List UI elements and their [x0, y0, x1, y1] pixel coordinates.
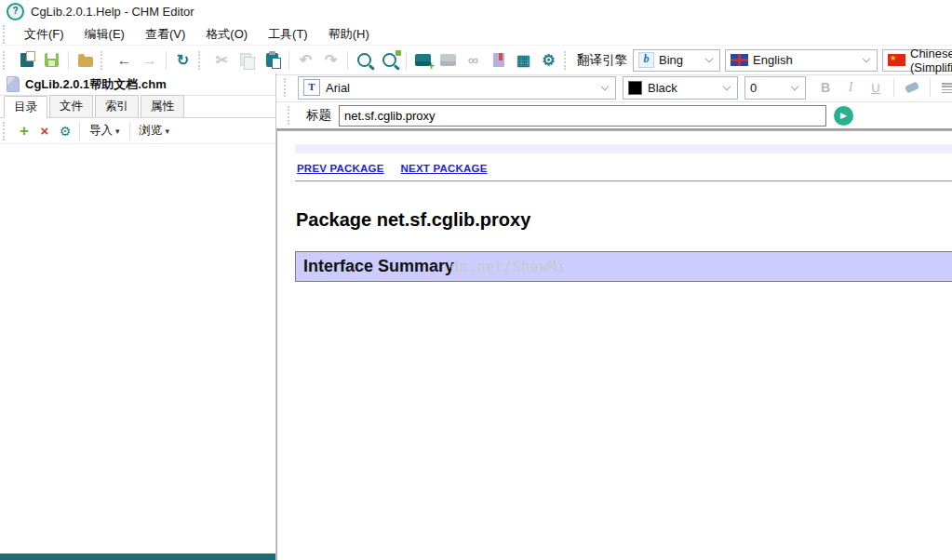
- open-folder-button[interactable]: [73, 48, 98, 72]
- browse-button[interactable]: 浏览 ▾: [134, 121, 176, 140]
- font-color-select[interactable]: Black: [623, 76, 738, 100]
- toolbar-grip: [3, 51, 10, 70]
- font-size-value: 0: [750, 81, 757, 95]
- separator: [68, 51, 69, 70]
- undo-button: ↶: [293, 48, 318, 72]
- uk-flag-icon: [731, 54, 748, 66]
- eraser-button: [901, 77, 923, 98]
- format-toolbar: T Arial Black 0 B I U: [276, 73, 952, 102]
- bold-button: B: [814, 77, 837, 98]
- translate-engine-label: 翻译引擎: [577, 52, 627, 69]
- prev-package-link[interactable]: PREV PACKAGE: [297, 163, 384, 174]
- page-title: Package net.sf.cglib.proxy: [296, 209, 952, 231]
- target-language-value: Chinese (Simplified): [910, 47, 952, 74]
- menu-item-2[interactable]: 查看(V): [135, 24, 195, 45]
- eraser-icon: [905, 81, 919, 93]
- divider: [295, 180, 952, 182]
- separator: [893, 78, 894, 97]
- undo-icon: ↶: [300, 53, 312, 68]
- insert-image-button[interactable]: [410, 48, 436, 72]
- browse-label: 浏览: [140, 123, 163, 139]
- source-language-select[interactable]: English: [725, 49, 878, 72]
- save-button[interactable]: [39, 48, 64, 72]
- table-header: Interface Summarydn.net/ShewMi: [296, 252, 952, 282]
- plus-icon: +: [20, 123, 29, 139]
- toc-tree: [0, 144, 275, 553]
- watermark: dn.net/ShewMi: [450, 259, 566, 275]
- toolbar-grip: [284, 78, 291, 97]
- back-icon: ←: [117, 53, 132, 68]
- chevron-down-icon: [723, 82, 731, 89]
- bing-icon: b: [638, 52, 654, 68]
- zoom-settings-button[interactable]: [377, 48, 402, 72]
- x-icon: ×: [41, 124, 49, 138]
- font-icon: T: [303, 79, 320, 96]
- hyperlink-icon: ∞: [468, 53, 478, 68]
- font-size-select[interactable]: 0: [744, 76, 806, 100]
- separator: [79, 122, 80, 140]
- interface-summary-table: Interface Summarydn.net/ShewMi: [295, 251, 952, 282]
- italic-button: I: [839, 77, 862, 98]
- font-family-select[interactable]: T Arial: [298, 76, 616, 100]
- menu-bar: 文件(F)编辑(E)查看(V)格式(O)工具(T)帮助(H): [0, 23, 952, 45]
- target-language-select[interactable]: ★ Chinese (Simplified): [882, 49, 952, 72]
- tab-目录[interactable]: 目录: [4, 96, 47, 118]
- import-button[interactable]: 导入 ▾: [84, 121, 126, 140]
- separator: [347, 51, 348, 70]
- font-color-value: Black: [648, 81, 677, 95]
- gear-icon: ⚙: [60, 124, 72, 139]
- project-panel: CgLib.2.0.1帮助文档.chm 目录文件索引属性 + × ⚙ 导入 ▾ …: [0, 73, 276, 560]
- refresh-button[interactable]: ↻: [170, 48, 195, 72]
- source-language-value: English: [753, 53, 793, 67]
- tab-索引[interactable]: 索引: [95, 95, 139, 117]
- toolbar-grip: [288, 106, 295, 125]
- forward-icon: →: [142, 53, 157, 68]
- next-package-link[interactable]: NEXT PACKAGE: [401, 163, 488, 174]
- open-folder-icon: [78, 57, 93, 67]
- import-label: 导入: [89, 123, 113, 139]
- document-view: PREV PACKAGE NEXT PACKAGE Package net.sf…: [276, 130, 952, 560]
- separator: [406, 51, 407, 70]
- copy-icon: [240, 53, 251, 66]
- cut-button: ✂: [209, 48, 235, 72]
- menu-item-4[interactable]: 工具(T): [258, 24, 318, 45]
- back-button[interactable]: ←: [112, 48, 137, 72]
- engine-select[interactable]: b Bing: [633, 49, 720, 72]
- menu-item-5[interactable]: 帮助(H): [318, 24, 380, 45]
- toolbar-grip: [3, 25, 10, 44]
- workspace: CgLib.2.0.1帮助文档.chm 目录文件索引属性 + × ⚙ 导入 ▾ …: [0, 73, 952, 560]
- tree-toolbar: + × ⚙ 导入 ▾ 浏览 ▾: [0, 118, 275, 144]
- zoom-settings-icon: [382, 53, 396, 67]
- save-icon: [45, 53, 59, 67]
- menu-item-1[interactable]: 编辑(E): [74, 24, 135, 45]
- page-title-input[interactable]: [339, 105, 826, 127]
- insert-table-icon: ▦: [516, 53, 530, 68]
- window-title: CgLib.2.0.1.Help - CHM Editor: [31, 5, 194, 19]
- paste-button[interactable]: [260, 48, 285, 72]
- separator: [129, 122, 130, 140]
- menu-item-3[interactable]: 格式(O): [195, 24, 258, 45]
- tab-文件[interactable]: 文件: [49, 95, 93, 117]
- align-left-button[interactable]: [937, 77, 952, 98]
- menu-item-0[interactable]: 文件(F): [14, 24, 74, 45]
- zoom-button[interactable]: [352, 48, 377, 72]
- tree-settings-button[interactable]: ⚙: [55, 119, 75, 142]
- chm-file-name: CgLib.2.0.1帮助文档.chm: [25, 76, 167, 93]
- new-document-button[interactable]: [14, 48, 39, 72]
- insert-table-button[interactable]: ▦: [511, 48, 536, 72]
- left-panel-bottom-strip: [0, 553, 275, 560]
- chevron-down-icon: [705, 55, 713, 62]
- delete-item-button[interactable]: ×: [34, 119, 55, 142]
- italic-icon: I: [849, 80, 853, 95]
- hyperlink-button: ∞: [461, 48, 486, 72]
- color-swatch-icon: [628, 81, 642, 95]
- image-button: [436, 48, 461, 72]
- bookmark-button[interactable]: [486, 48, 511, 72]
- add-item-button[interactable]: +: [14, 119, 34, 142]
- toolbar-grip: [3, 122, 10, 140]
- tab-属性[interactable]: 属性: [141, 95, 184, 117]
- settings-button[interactable]: ⚙: [536, 48, 561, 72]
- align-left-icon: [942, 83, 952, 93]
- title-run-button[interactable]: ▶: [834, 106, 853, 126]
- new-document-icon: [20, 53, 34, 67]
